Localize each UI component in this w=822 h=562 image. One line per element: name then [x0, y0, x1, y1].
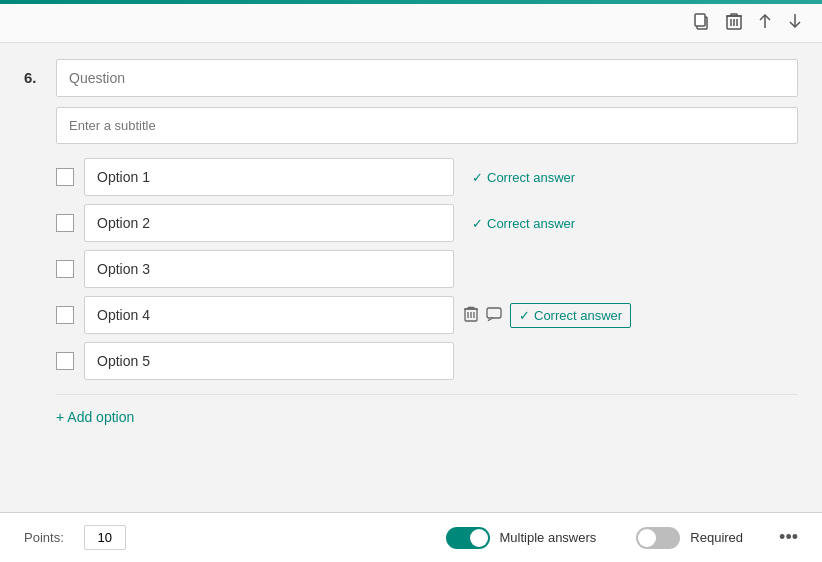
check-icon-1: ✓	[472, 170, 483, 185]
option-checkbox-4[interactable]	[56, 306, 74, 324]
correct-answer-label-2: Correct answer	[487, 216, 575, 231]
question-number: 6.	[24, 59, 44, 86]
correct-answer-btn-1[interactable]: ✓ Correct answer	[464, 166, 583, 189]
delete-icon[interactable]	[726, 12, 742, 34]
correct-answer-btn-4[interactable]: ✓ Correct answer	[510, 303, 631, 328]
subtitle-input[interactable]	[56, 107, 798, 144]
option-3-input[interactable]	[84, 250, 454, 288]
correct-answer-label-1: Correct answer	[487, 170, 575, 185]
multiple-answers-label: Multiple answers	[500, 530, 597, 545]
arrow-up-icon[interactable]	[758, 12, 772, 34]
toolbar	[0, 4, 822, 43]
option-row: ✓ Correct answer	[56, 204, 798, 242]
option-4-delete-icon[interactable]	[464, 306, 478, 325]
points-input[interactable]	[84, 525, 126, 550]
add-option-button[interactable]: + Add option	[56, 405, 134, 429]
check-icon-4: ✓	[519, 308, 530, 323]
options-divider	[56, 394, 798, 395]
option-1-input[interactable]	[84, 158, 454, 196]
required-thumb	[638, 529, 656, 547]
check-icon-2: ✓	[472, 216, 483, 231]
required-label: Required	[690, 530, 743, 545]
question-input[interactable]	[56, 59, 798, 97]
option-4-comment-icon[interactable]	[486, 307, 502, 324]
question-editor: 6. ✓ Correct answer ✓ Correct answer	[0, 43, 822, 503]
option-row	[56, 342, 798, 380]
option-row-active: ✓ Correct answer	[56, 296, 798, 334]
option-row	[56, 250, 798, 288]
question-row: 6.	[24, 59, 798, 97]
option-5-input[interactable]	[84, 342, 454, 380]
multiple-answers-toggle[interactable]	[446, 527, 490, 549]
copy-icon[interactable]	[692, 12, 710, 34]
svg-rect-1	[695, 14, 705, 26]
multiple-answers-thumb	[470, 529, 488, 547]
option-checkbox-5[interactable]	[56, 352, 74, 370]
option-checkbox-1[interactable]	[56, 168, 74, 186]
footer: Points: Multiple answers Required •••	[0, 512, 822, 562]
more-options-icon[interactable]: •••	[779, 527, 798, 548]
option-2-input[interactable]	[84, 204, 454, 242]
option-row: ✓ Correct answer	[56, 158, 798, 196]
add-option-label: + Add option	[56, 409, 134, 425]
option-checkbox-2[interactable]	[56, 214, 74, 232]
option-checkbox-3[interactable]	[56, 260, 74, 278]
multiple-answers-group: Multiple answers	[446, 527, 597, 549]
required-group: Required	[636, 527, 743, 549]
option-4-actions: ✓ Correct answer	[464, 303, 631, 328]
correct-answer-label-4: Correct answer	[534, 308, 622, 323]
points-label: Points:	[24, 530, 64, 545]
options-list: ✓ Correct answer ✓ Correct answer	[56, 158, 798, 380]
correct-answer-btn-2[interactable]: ✓ Correct answer	[464, 212, 583, 235]
arrow-down-icon[interactable]	[788, 12, 802, 34]
required-toggle[interactable]	[636, 527, 680, 549]
svg-rect-14	[487, 308, 501, 318]
option-4-input[interactable]	[84, 296, 454, 334]
